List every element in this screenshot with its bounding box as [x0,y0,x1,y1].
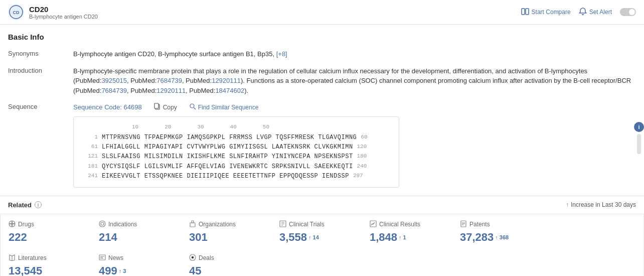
related-item-literatures[interactable]: Literatures 13,545 [9,254,99,276]
patents-icon [460,220,467,229]
increase-text: Increase in Last 30 days [571,201,636,208]
news-count: 499 ↑3 [99,264,126,276]
sequence-code-link[interactable]: Sequence Code: 64698 [73,102,142,112]
copy-label: Copy [163,104,177,111]
sequence-ruler: 10 20 30 40 50 [102,123,391,131]
find-similar-icon [189,103,196,111]
organizations-icon [189,220,196,229]
start-compare-label: Start Compare [532,9,571,16]
pubmed-link-4[interactable]: 7684739 [101,87,127,94]
alert-icon [579,8,587,17]
related-header: Related i ↑ Increase in Last 30 days [0,196,644,214]
basic-info-title: Basic Info [8,33,636,41]
clinical-trials-badge: 14 [313,234,319,240]
related-item-news[interactable]: News 499 ↑3 [99,254,189,276]
related-label: Related [8,201,32,209]
related-item-drugs[interactable]: Drugs 222 [9,220,99,244]
sequence-header: Sequence Code: 64698 Copy [73,102,636,112]
news-up-icon: ↑ [119,268,122,274]
deals-icon [189,254,196,262]
drugs-count: 222 [9,231,99,244]
clinical-trials-icon [279,220,286,229]
intro-text-3: , PubMed: [182,77,212,84]
side-expand-handle[interactable] [637,134,641,154]
entity-icon: CD [8,4,24,20]
clinical-results-count: 1,848 ↑1 [370,231,406,244]
intro-text-6: , PubMed: [186,87,215,94]
drugs-label: Drugs [18,221,34,228]
clinical-results-icon [370,220,377,229]
svg-rect-5 [154,103,158,108]
side-info-icon[interactable]: i [634,122,644,132]
related-item-clinical-trials[interactable]: Clinical Trials 3,558 ↑14 [279,220,370,244]
sequence-label: Sequence [8,102,73,110]
related-section: Related i ↑ Increase in Last 30 days Dru… [0,196,644,276]
indications-icon [99,220,106,229]
sequence-value: Sequence Code: 64698 Copy [73,102,636,188]
patents-count: 37,283 ↑368 [460,231,509,244]
patents-badge: 368 [500,234,509,240]
related-info-icon[interactable]: i [35,201,42,208]
sequence-row: Sequence Sequence Code: 64698 Copy [8,102,636,188]
synonyms-value: B-lymphocyte antigen CD20, B-lymphocyte … [73,49,636,59]
clinical-trials-up-icon: ↑ [308,234,311,240]
sequence-box: 10 20 30 40 50 1 MTTPRNSVNG TFPAEPMKGP I… [73,116,399,188]
related-item-indications[interactable]: Indications 214 [99,220,189,244]
related-item-deals[interactable]: Deals 45 [189,254,279,276]
intro-text-7: ). [244,87,248,94]
intro-text-5: , PubMed: [127,87,156,94]
clinical-trials-label: Clinical Trials [289,221,325,228]
compare-icon [521,8,529,17]
seq-line-3: 121 SLSLFAAISG MILSIMDILN IKISHFLKME SLN… [82,152,391,162]
seq-line-2: 61 LFHIALGGLL MIPAGIYAPI CVTVWYPLWG GIMY… [82,143,391,152]
introduction-row: Introduction B-lymphocyte-specific membr… [8,66,636,96]
svg-rect-3 [526,9,529,15]
clinical-results-badge: 1 [403,234,406,240]
literatures-icon [9,254,16,262]
related-item-patents[interactable]: Patents 37,283 ↑368 [460,220,550,244]
related-item-clinical-results[interactable]: Clinical Results 1,848 ↑1 [370,220,460,244]
svg-point-6 [190,104,194,108]
copy-button[interactable]: Copy [154,103,177,111]
svg-rect-2 [522,9,525,15]
literatures-count: 13,545 [9,264,99,276]
pubmed-link-5[interactable]: 12920111 [156,87,186,94]
alert-toggle[interactable] [620,8,636,16]
start-compare-button[interactable]: Start Compare [521,8,571,17]
literatures-label: Literatures [18,254,47,261]
pubmed-link-1[interactable]: 3925015 [101,77,127,84]
organizations-count: 301 [189,231,279,244]
pubmed-link-3[interactable]: 12920111 [212,77,241,84]
pubmed-link-2[interactable]: 7684739 [156,77,182,84]
indications-label: Indications [108,221,137,228]
set-alert-label: Set Alert [589,9,612,16]
indications-count: 214 [99,231,189,244]
increase-label: ↑ Increase in Last 30 days [566,201,636,208]
introduction-value: B-lymphocyte-specific membrane protein t… [73,66,636,96]
copy-icon [154,103,161,111]
set-alert-button[interactable]: Set Alert [579,8,612,17]
news-badge: 3 [123,268,126,274]
patents-label: Patents [469,221,490,228]
header-left: CD CD20 B-lymphocyte antigen CD20 [8,4,98,20]
patents-up-icon: ↑ [495,234,498,240]
seq-line-1: 1 MTTPRNSVNG TFPAEPMKGP IAMQSGPKPL FRRMS… [82,133,391,143]
synonyms-more-link[interactable]: [+8] [276,50,287,58]
related-grid: Drugs 222 Indications 214 Organizations … [0,214,644,276]
header-title-block: CD20 B-lymphocyte antigen CD20 [29,5,98,20]
clinical-results-up-icon: ↑ [399,234,402,240]
drugs-icon [9,220,16,229]
main-content: Basic Info Synonyms B-lymphocyte antigen… [0,25,644,188]
find-similar-button[interactable]: Find Similar Sequence [189,103,259,111]
entity-subtitle: B-lymphocyte antigen CD20 [29,14,98,20]
entity-title: CD20 [29,5,98,14]
clinical-trials-count: 3,558 ↑14 [279,231,319,244]
news-icon [99,254,106,262]
organizations-label: Organizations [199,221,236,228]
related-item-organizations[interactable]: Organizations 301 [189,220,279,244]
deals-label: Deals [199,254,214,261]
seq-line-4: 181 QYCYSIQSLF LGILSVMLIF AFFQELVIAG IVE… [82,162,391,172]
find-similar-label: Find Similar Sequence [198,104,259,111]
intro-text-2: , PubMed: [127,77,156,84]
pubmed-link-6[interactable]: 18474602 [215,87,244,94]
